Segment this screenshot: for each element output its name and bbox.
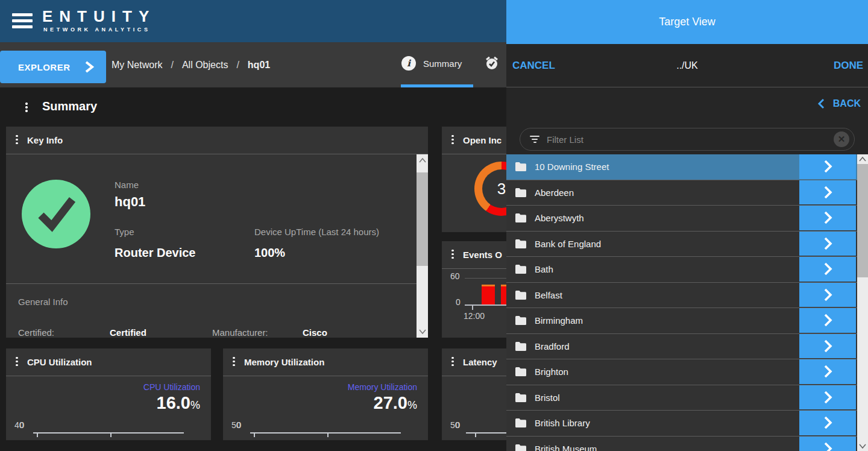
list-item[interactable]: Bank of England — [506, 232, 857, 257]
list-item-label: Belfast — [535, 290, 562, 300]
key-info-title: Key Info — [27, 135, 63, 145]
events-ymin-label: 0 — [456, 297, 461, 307]
list-item[interactable]: Birmingham — [506, 308, 857, 334]
brand-subtitle: NETWORK ANALYTICS — [43, 27, 151, 33]
list-item[interactable]: Bristol — [506, 385, 857, 411]
breadcrumb-all-objects[interactable]: All Objects — [182, 60, 228, 71]
tab-summary[interactable]: i Summary — [401, 42, 462, 84]
breadcrumb-my-network[interactable]: My Network — [112, 60, 162, 71]
scrollbar-thumb[interactable] — [857, 164, 868, 277]
hamburger-menu-icon[interactable] — [12, 13, 33, 29]
key-info-scrollbar[interactable] — [417, 154, 428, 338]
clear-filter-icon[interactable]: ✕ — [834, 131, 849, 147]
list-scrollbar[interactable] — [857, 154, 868, 451]
back-row: BACK — [506, 87, 868, 124]
cpu-card-title: CPU Utilization — [27, 357, 92, 367]
events-x-tick — [472, 306, 473, 310]
breadcrumb-separator: / — [236, 60, 239, 71]
breadcrumb: My Network / All Objects / hq01 — [112, 42, 270, 87]
latency-axis-tick — [475, 434, 476, 437]
card-menu-kebab-icon[interactable] — [16, 135, 18, 146]
folder-icon — [515, 290, 527, 300]
chevron-right-icon — [84, 61, 95, 73]
general-info-label: General Info — [18, 297, 68, 307]
drill-in-button[interactable] — [799, 180, 856, 205]
drill-in-button[interactable] — [799, 206, 856, 230]
info-icon: i — [401, 56, 416, 71]
uptime-label: Device UpTime (Last 24 hours) — [254, 227, 379, 237]
drill-in-button[interactable] — [799, 359, 856, 384]
scrollbar-thumb[interactable] — [417, 172, 428, 266]
chevron-left-icon — [817, 98, 825, 109]
drill-in-button[interactable] — [799, 334, 856, 359]
filter-input[interactable] — [547, 134, 834, 145]
card-menu-kebab-icon[interactable] — [451, 250, 454, 260]
events-x-label: 12:00 — [464, 311, 485, 321]
chevron-right-icon — [823, 391, 832, 404]
cpu-axis-tick — [37, 434, 38, 437]
key-info-card: Key Info Name hq01 Type Router Device De… — [6, 127, 428, 338]
list-item[interactable]: Bradford — [506, 334, 857, 360]
chevron-right-icon — [823, 262, 832, 276]
list-item-label: 10 Downing Street — [535, 162, 609, 172]
list-item-label: Aberystwyth — [535, 213, 584, 223]
list-item[interactable]: Aberdeen — [506, 180, 857, 206]
screen: ENTUITY NETWORK ANALYTICS EXPLORER My Ne… — [0, 0, 868, 451]
list-item-label: Birmingham — [535, 315, 583, 326]
drill-in-button[interactable] — [799, 232, 856, 256]
explorer-button[interactable]: EXPLORER — [0, 51, 106, 83]
memory-series-legend: Memory Utilization — [348, 382, 417, 392]
card-menu-kebab-icon[interactable] — [451, 135, 454, 146]
drill-in-button[interactable] — [799, 154, 856, 179]
list-item[interactable]: British Museum — [506, 437, 857, 451]
scroll-down-icon — [859, 444, 866, 449]
manufacturer-value: Cisco — [303, 327, 327, 338]
folder-icon — [515, 393, 527, 403]
list-item[interactable]: 10 Downing Street — [506, 154, 857, 180]
folder-icon — [515, 315, 527, 326]
chevron-right-icon — [823, 160, 832, 173]
chevron-right-icon — [823, 339, 832, 353]
scroll-down-icon — [419, 329, 426, 334]
memory-utilization-card: Memory Utilization Memory Utilization 27… — [223, 348, 428, 440]
list-item[interactable]: Brighton — [506, 359, 857, 385]
page-menu-kebab-icon[interactable] — [25, 102, 28, 113]
list-item[interactable]: Bath — [506, 257, 857, 283]
drill-in-button[interactable] — [799, 257, 856, 282]
list-item-label: Bradford — [535, 341, 570, 352]
card-menu-kebab-icon[interactable] — [233, 357, 235, 368]
scroll-up-icon — [859, 157, 866, 162]
device-status-check-icon — [22, 180, 90, 248]
done-button[interactable]: DONE — [834, 60, 863, 72]
folder-icon — [515, 162, 527, 172]
cpu-utilization-card: CPU Utilization CPU Utilization 16.0% 40… — [6, 348, 211, 440]
tab-incidents[interactable]: I — [484, 42, 509, 84]
back-button[interactable]: BACK — [817, 98, 861, 109]
latency-axis-label-overlap: 0 — [456, 420, 461, 430]
drill-in-button[interactable] — [799, 283, 856, 308]
drill-in-button[interactable] — [799, 308, 856, 333]
alarm-icon — [484, 55, 500, 71]
drill-in-button[interactable] — [799, 385, 856, 410]
chevron-right-icon — [823, 211, 832, 224]
certified-label: Certified: — [18, 327, 54, 338]
scroll-up-icon — [419, 158, 426, 163]
list-item[interactable]: Aberystwyth — [506, 206, 857, 232]
folder-icon — [515, 188, 527, 198]
memory-axis-tick — [327, 434, 329, 437]
cpu-value: 16.0% — [157, 393, 200, 413]
target-list: 10 Downing Street Aberdeen Aberystwyth B… — [506, 154, 857, 451]
target-view-actions: CANCEL ../UK DONE — [506, 44, 868, 87]
drill-in-button[interactable] — [799, 411, 856, 435]
drill-in-button[interactable] — [799, 437, 856, 451]
open-incidents-title: Open Inc — [463, 135, 502, 145]
folder-icon — [515, 341, 527, 352]
card-menu-kebab-icon[interactable] — [16, 357, 18, 368]
memory-axis-label-overlap: 0 — [237, 420, 242, 430]
card-menu-kebab-icon[interactable] — [451, 357, 454, 368]
list-item[interactable]: British Library — [506, 411, 857, 437]
filter-field[interactable]: ✕ — [520, 128, 855, 151]
chevron-right-icon — [823, 365, 832, 378]
device-name: hq01 — [115, 194, 145, 210]
list-item[interactable]: Belfast — [506, 283, 857, 309]
